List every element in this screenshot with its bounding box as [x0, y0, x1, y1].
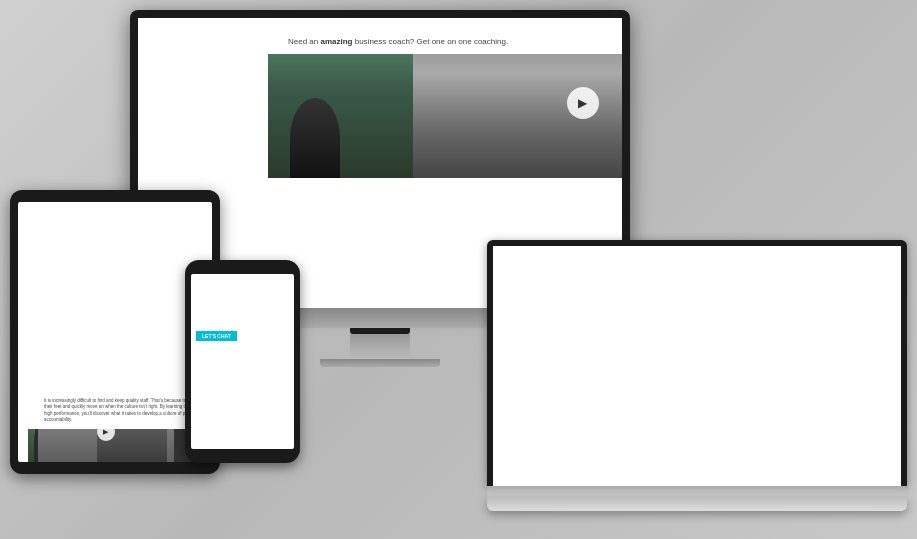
monitor-cta-bar: Need an amazing business coach? Get one … — [268, 28, 622, 54]
phone-device: Have you met the real Chris Lema? Learn … — [185, 260, 300, 463]
laptop-device: Have you met the real Chris Lema? Learn … — [487, 240, 907, 511]
monitor-person-left — [290, 98, 340, 178]
phone-lets-chat-button[interactable]: LET'S CHAT — [196, 331, 237, 341]
laptop-base — [487, 486, 907, 496]
laptop-screen: Have you met the real Chris Lema? Learn … — [493, 246, 901, 486]
phone-screen: Have you met the real Chris Lema? Learn … — [191, 274, 294, 449]
laptop-keyboard — [487, 496, 907, 511]
laptop-frame: Have you met the real Chris Lema? Learn … — [487, 240, 907, 486]
phone-frame: Have you met the real Chris Lema? Learn … — [185, 260, 300, 463]
monitor-play-button[interactable]: ▶ — [567, 87, 599, 119]
monitor-stand — [350, 334, 410, 359]
monitor-foot — [320, 359, 440, 367]
tablet-screen: Have you met the real Chris Lema? Learn … — [18, 202, 212, 462]
scene: Have you met the real Chris Lema? Learn … — [0, 0, 917, 539]
